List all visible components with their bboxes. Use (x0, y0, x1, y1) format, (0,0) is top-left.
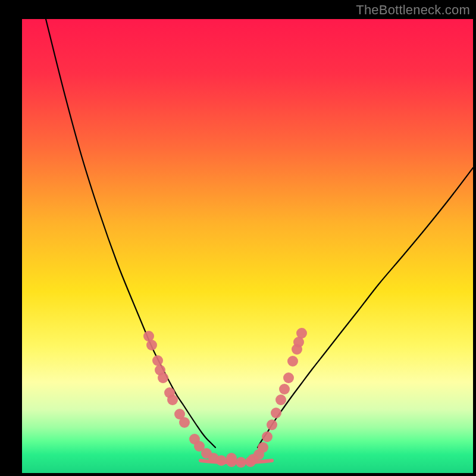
point-bottom-cluster (216, 455, 227, 466)
point-right-cluster (262, 431, 273, 442)
chart-svg (22, 19, 473, 473)
point-right-cluster (271, 408, 281, 418)
point-right-cluster (267, 419, 277, 430)
point-bottom-cluster (245, 456, 256, 467)
point-right-cluster (287, 356, 298, 367)
chart-background (22, 19, 473, 473)
point-left-cluster (167, 394, 178, 405)
point-bottom-cluster (226, 453, 237, 464)
point-right-cluster (275, 394, 286, 405)
point-left-cluster (158, 372, 168, 383)
point-left-cluster (152, 355, 163, 366)
point-left-cluster (179, 417, 190, 428)
chart-plot-area (22, 19, 473, 473)
point-left-cluster (146, 340, 157, 350)
point-bottom-cluster (236, 457, 246, 468)
point-right-cluster (279, 384, 290, 394)
point-right-cluster (292, 344, 302, 355)
chart-frame: TheBottleneck.com (0, 0, 476, 476)
watermark-text: TheBottleneck.com (356, 2, 470, 18)
point-right-cluster (283, 372, 294, 383)
